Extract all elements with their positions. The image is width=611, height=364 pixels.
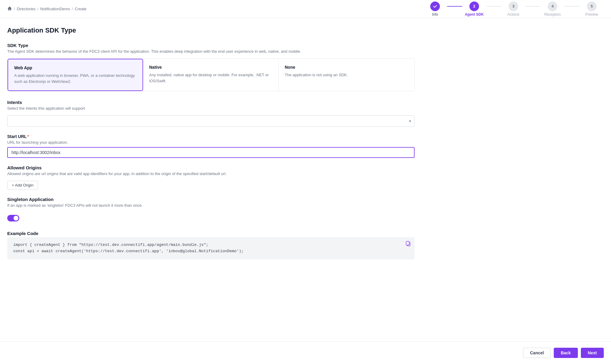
step-info[interactable]: Info <box>423 2 447 17</box>
breadcrumb-directories[interactable]: Directories <box>17 7 36 11</box>
allowed-origins-section: Allowed Origins Allowed origins are url … <box>7 165 415 190</box>
breadcrumb-create: Create <box>75 7 86 11</box>
home-icon[interactable] <box>7 6 12 12</box>
sdk-card-web-app-title: Web App <box>14 65 136 70</box>
example-code-title: Example Code <box>7 231 415 236</box>
sdk-card-native-title: Native <box>149 65 272 70</box>
singleton-section: Singleton Application If an app is marke… <box>7 197 415 222</box>
step-receptors-label: Receptors <box>544 12 561 17</box>
breadcrumb: / Directories / NotificationDemo / Creat… <box>7 6 86 12</box>
intents-select[interactable] <box>7 115 415 127</box>
add-origin-button[interactable]: + Add Origin <box>7 181 38 190</box>
sdk-type-desc: The Agent SDK determines the behavior of… <box>7 49 415 54</box>
sdk-card-native-desc: Any installed, native app for desktop or… <box>149 72 272 84</box>
toggle-slider <box>7 215 19 221</box>
sdk-cards: Web App A web application running in bro… <box>7 58 415 91</box>
step-connector-4 <box>565 6 580 7</box>
sdk-card-native[interactable]: Native Any installed, native app for des… <box>143 59 279 91</box>
singleton-desc: If an app is marked as 'singleton' FDC3 … <box>7 203 415 208</box>
breadcrumb-sep-3: / <box>72 7 73 11</box>
intents-select-wrapper: ▾ <box>7 115 415 127</box>
start-url-section: Start URL* URL for launching your applic… <box>7 134 415 158</box>
allowed-origins-desc: Allowed origins are url origins that are… <box>7 171 415 176</box>
step-info-circle <box>430 2 440 11</box>
singleton-toggle[interactable] <box>7 215 19 221</box>
step-preview[interactable]: 5 Preview <box>580 2 604 17</box>
step-receptors-circle: 4 <box>548 2 557 11</box>
sdk-card-none[interactable]: None The application is not using an SDK… <box>279 59 414 91</box>
step-actions[interactable]: 3 Actions <box>501 2 525 17</box>
start-url-input[interactable] <box>7 147 415 158</box>
step-info-label: Info <box>432 12 438 17</box>
breadcrumb-sep-2: / <box>37 7 39 11</box>
singleton-title: Singleton Application <box>7 197 415 202</box>
sdk-type-section: SDK Type The Agent SDK determines the be… <box>7 43 415 91</box>
step-connector-2 <box>486 6 501 7</box>
step-agent-sdk-label: Agent SDK <box>465 12 484 17</box>
required-indicator: * <box>27 134 29 139</box>
sdk-card-web-app-desc: A web application running in browser, PW… <box>14 73 136 84</box>
step-connector-3 <box>525 6 540 7</box>
breadcrumb-sep-1: / <box>14 7 15 11</box>
page-title: Application SDK Type <box>7 27 415 34</box>
copy-icon[interactable] <box>406 241 411 249</box>
start-url-label: Start URL* <box>7 134 415 139</box>
step-agent-sdk-circle: 2 <box>469 2 479 11</box>
intents-desc: Select the intents this application will… <box>7 106 415 111</box>
stepper: Info 2 Agent SDK 3 Actions 4 Receptors 5… <box>423 2 604 17</box>
code-block: import { createAgent } from "https://tes… <box>7 237 415 259</box>
step-connector-1 <box>447 6 462 7</box>
svg-rect-1 <box>406 241 409 245</box>
sdk-card-web-app[interactable]: Web App A web application running in bro… <box>8 59 143 91</box>
step-actions-circle: 3 <box>509 2 518 11</box>
top-nav: / Directories / NotificationDemo / Creat… <box>0 0 611 18</box>
allowed-origins-title: Allowed Origins <box>7 165 415 170</box>
sdk-card-none-desc: The application is not using an SDK. <box>285 72 408 78</box>
sdk-card-none-title: None <box>285 65 408 70</box>
example-code-section: Example Code import { createAgent } from… <box>7 231 415 259</box>
step-receptors[interactable]: 4 Receptors <box>540 2 565 17</box>
main-content: Application SDK Type SDK Type The Agent … <box>0 18 422 275</box>
step-agent-sdk[interactable]: 2 Agent SDK <box>462 2 486 17</box>
sdk-type-title: SDK Type <box>7 43 415 48</box>
code-line-2: const api = await createAgent('https://t… <box>13 248 409 255</box>
intents-section: Intents Select the intents this applicat… <box>7 100 415 127</box>
breadcrumb-notification-demo[interactable]: NotificationDemo <box>40 7 70 11</box>
start-url-desc: URL for launching your application. <box>7 140 415 145</box>
code-line-1: import { createAgent } from "https://tes… <box>13 242 409 248</box>
step-preview-label: Preview <box>585 12 598 17</box>
step-actions-label: Actions <box>507 12 519 17</box>
intents-title: Intents <box>7 100 415 105</box>
step-preview-circle: 5 <box>587 2 597 11</box>
